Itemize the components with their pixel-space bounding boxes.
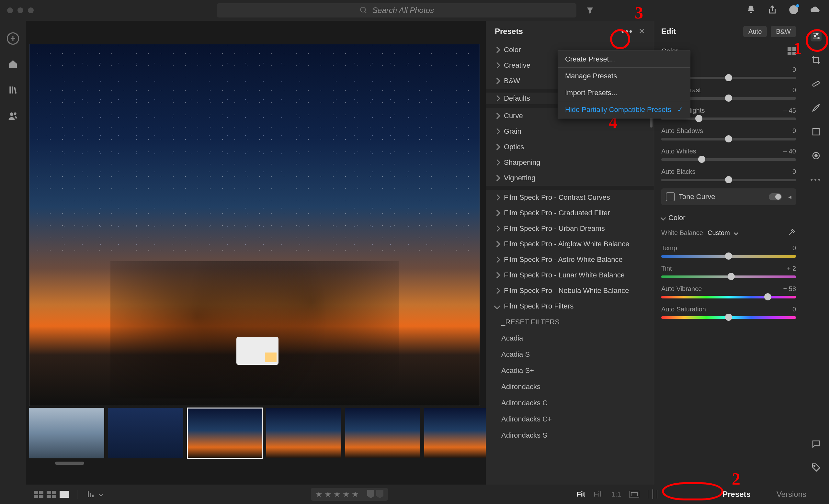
preset-item[interactable]: Acadia S+ [486, 362, 654, 379]
star-icon[interactable]: ★ [352, 490, 359, 499]
presets-header: Presets ••• ✕ [486, 21, 654, 42]
slider-shadows[interactable]: Auto Shadows0 [661, 127, 796, 141]
edit-tool[interactable] [810, 30, 822, 41]
menu-import-presets[interactable]: Import Presets... [558, 84, 690, 101]
thumb-5[interactable] [345, 408, 420, 458]
minimize-window[interactable] [17, 7, 23, 13]
zoom-fit[interactable]: Fit [576, 490, 585, 499]
presets-menu-button[interactable]: ••• [621, 27, 633, 37]
svg-point-12 [814, 465, 815, 466]
share-button[interactable] [767, 5, 777, 16]
preset-group[interactable]: Film Speck Pro - Contrast Curves [486, 190, 654, 205]
crop-tool[interactable] [810, 54, 822, 65]
preset-item[interactable]: _RESET FILTERS [486, 314, 654, 330]
menu-hide-partial[interactable]: Hide Partially Compatible Presets✓ [558, 101, 690, 118]
profile-browser-icon[interactable] [788, 47, 796, 55]
menu-manage-presets[interactable]: Manage Presets [558, 68, 690, 84]
filmstrip-scrollbar[interactable] [55, 462, 84, 465]
preset-group[interactable]: Film Speck Pro - Nebula White Balance [486, 283, 654, 299]
preset-group-open[interactable]: Film Speck Pro Filters [486, 299, 654, 314]
help-button[interactable] [789, 5, 799, 16]
library-button[interactable] [8, 85, 18, 96]
view-mode-switch [34, 490, 103, 499]
preset-group[interactable]: Film Speck Pro - Airglow White Balance [486, 236, 654, 252]
tab-versions[interactable]: Versions [777, 490, 806, 499]
fullscreen-window[interactable] [28, 7, 34, 13]
slider-saturation[interactable]: Auto Saturation0 [661, 306, 796, 319]
healing-tool[interactable] [810, 78, 822, 89]
help-badge [796, 4, 799, 7]
zoom-thumb-icon[interactable] [629, 491, 639, 498]
eyedropper-button[interactable] [788, 228, 796, 238]
svg-point-7 [818, 37, 819, 39]
preset-group[interactable]: Vignetting [486, 170, 654, 186]
cloud-sync-button[interactable] [810, 5, 820, 16]
notifications-button[interactable] [746, 5, 756, 16]
slider-temp[interactable]: Temp0 [661, 244, 796, 258]
compare-icon[interactable] [648, 490, 657, 499]
menu-create-preset[interactable]: Create Preset... [558, 51, 690, 68]
keywords-button[interactable] [810, 462, 822, 473]
tone-curve-row[interactable]: Tone Curve ◂ [661, 188, 796, 205]
star-icon[interactable]: ★ [315, 490, 323, 499]
presets-context-menu: Create Preset... Manage Presets Import P… [557, 50, 690, 118]
color-section-header[interactable]: Color [661, 214, 796, 222]
radial-gradient-tool[interactable] [810, 150, 822, 161]
preset-item[interactable]: Adirondacks [486, 379, 654, 395]
eyedropper-icon [788, 228, 796, 236]
bw-button[interactable]: B&W [771, 26, 796, 37]
preset-item[interactable]: Adirondacks S [486, 427, 654, 443]
linear-gradient-tool[interactable] [810, 126, 822, 137]
thumb-4[interactable] [266, 408, 341, 458]
filter-button[interactable] [583, 3, 597, 17]
flag-reject[interactable] [376, 490, 384, 498]
thumb-1[interactable] [29, 408, 104, 458]
star-icon[interactable]: ★ [333, 490, 341, 499]
comments-button[interactable] [810, 439, 822, 450]
wb-label: White Balance [661, 229, 703, 237]
grid-view[interactable] [34, 491, 43, 498]
preset-item[interactable]: Adirondacks C [486, 395, 654, 411]
preset-group[interactable]: Film Speck Pro - Urban Dreams [486, 221, 654, 236]
star-icon[interactable]: ★ [343, 490, 350, 499]
zoom-1to1[interactable]: 1:1 [611, 490, 621, 499]
preset-group[interactable]: Grain [486, 124, 654, 139]
slider-blacks[interactable]: Auto Blacks0 [661, 168, 796, 181]
close-window[interactable] [7, 7, 13, 13]
thumb-3-selected[interactable] [187, 408, 262, 458]
search-input[interactable]: Search All Photos [217, 3, 576, 17]
preset-group[interactable]: Film Speck Pro - Graduated Filter [486, 205, 654, 221]
tone-curve-toggle[interactable] [769, 193, 782, 200]
white-balance-row[interactable]: White Balance Custom [661, 228, 796, 238]
slider-tint[interactable]: Tint+ 2 [661, 265, 796, 278]
preset-item[interactable]: Acadia S [486, 346, 654, 362]
add-photos-button[interactable]: + [7, 32, 19, 45]
detail-view[interactable] [60, 491, 69, 498]
slider-whites[interactable]: Auto Whites– 40 [661, 148, 796, 161]
thumb-2[interactable] [108, 408, 183, 458]
preset-item[interactable]: Acadia [486, 330, 654, 346]
presets-close-button[interactable]: ✕ [639, 27, 645, 36]
home-button[interactable] [8, 59, 18, 71]
shared-button[interactable] [8, 111, 18, 122]
preset-group[interactable]: Film Speck Pro - Astro White Balance [486, 252, 654, 267]
main-photo[interactable] [29, 44, 480, 406]
rating-control[interactable]: ★ ★ ★ ★ ★ [311, 488, 388, 501]
sort-button[interactable] [88, 491, 94, 497]
more-tools[interactable]: ••• [810, 174, 822, 185]
preset-group[interactable]: Optics [486, 139, 654, 155]
brush-tool[interactable] [810, 102, 822, 113]
zoom-fill[interactable]: Fill [593, 490, 603, 499]
star-icon[interactable]: ★ [324, 490, 332, 499]
tab-presets[interactable]: Presets [722, 490, 751, 499]
auto-button[interactable]: Auto [743, 26, 767, 37]
slider-vibrance[interactable]: Auto Vibrance+ 58 [661, 285, 796, 299]
square-grid-view[interactable] [47, 491, 56, 498]
preset-item[interactable]: Adirondacks C+ [486, 411, 654, 427]
presets-versions-tabs: Presets Versions [722, 490, 806, 499]
flag-pick[interactable] [367, 490, 374, 498]
svg-point-11 [815, 154, 817, 157]
preset-group[interactable]: Sharpening [486, 155, 654, 170]
preset-group[interactable]: Film Speck Pro - Lunar White Balance [486, 267, 654, 283]
expand-icon[interactable]: ◂ [788, 193, 791, 201]
